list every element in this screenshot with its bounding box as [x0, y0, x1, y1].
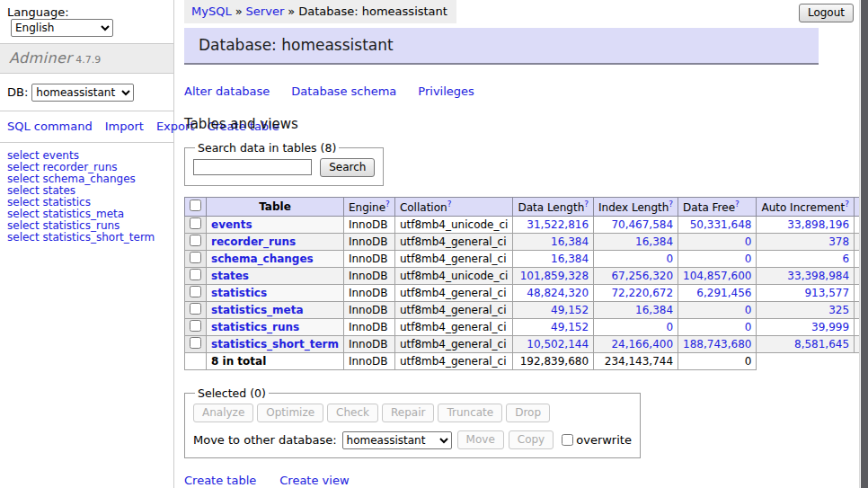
row-checkbox[interactable]	[190, 252, 201, 263]
page-title: Database: homeassistant	[184, 28, 819, 65]
data-free-cell: 50,331,648	[678, 217, 757, 234]
total-empty-cell	[757, 353, 868, 370]
row-checkbox[interactable]	[190, 303, 201, 315]
data-length-cell-link[interactable]: 48,824,320	[527, 287, 589, 299]
move-database-select[interactable]: homeassistant	[342, 431, 452, 449]
help-link[interactable]: ?	[447, 200, 452, 209]
engine-cell: InnoDB	[343, 268, 394, 285]
create-link-1[interactable]: Create view	[279, 474, 349, 487]
db-link-1[interactable]: Database schema	[291, 84, 396, 98]
index-length-cell-link[interactable]: 16,384	[635, 304, 673, 316]
row-checkbox[interactable]	[190, 235, 201, 246]
data-length-cell-link[interactable]: 31,522,816	[527, 218, 589, 231]
adminer-brand-link[interactable]: Adminer4.7.9	[9, 52, 101, 66]
table-link[interactable]: statistics_short_term	[211, 338, 339, 350]
index-length-cell-link[interactable]: 72,220,672	[611, 287, 673, 299]
index-length-cell-link[interactable]: 0	[666, 321, 673, 333]
table-link[interactable]: statistics_runs	[211, 321, 299, 333]
data-free-cell-link[interactable]: 0	[745, 253, 752, 265]
data-free-cell-link[interactable]: 6,291,456	[696, 287, 751, 299]
db-link-2[interactable]: Privileges	[418, 84, 474, 98]
index-length-cell-link[interactable]: 70,467,584	[611, 218, 673, 231]
index-length-cell-link[interactable]: 16,384	[635, 235, 673, 248]
data-free-cell-link[interactable]: 0	[745, 321, 752, 333]
language-label: Language:	[7, 5, 69, 19]
table-header-row: TableEngine?Collation?Data Length?Index …	[185, 198, 868, 217]
data-free-cell-link[interactable]: 50,331,648	[690, 218, 752, 231]
data-length-cell-link[interactable]: 16,384	[551, 235, 589, 248]
help-link[interactable]: ?	[584, 200, 589, 209]
auto-increment-cell-link[interactable]: 325	[828, 304, 849, 316]
data-length-cell-link[interactable]: 49,152	[551, 321, 589, 333]
auto-increment-cell-link[interactable]: 33,398,984	[787, 270, 849, 282]
breadcrumb-item-1[interactable]: Server	[246, 4, 285, 18]
selected-fieldset: Selected (0) AnalyzeOptimizeCheckRepairT…	[184, 386, 641, 458]
db-link-0[interactable]: Alter database	[184, 84, 270, 98]
data-length-cell-link[interactable]: 101,859,328	[520, 270, 589, 282]
row-checkbox[interactable]	[190, 286, 201, 297]
sidebar-table-link-7[interactable]: select statistics_short_term	[7, 232, 166, 244]
select-all-checkbox[interactable]	[190, 200, 201, 211]
table-link[interactable]: statistics	[211, 287, 267, 299]
auto-increment-cell-link[interactable]: 39,999	[811, 321, 849, 333]
db-select[interactable]: homeassistant	[31, 84, 134, 102]
breadcrumb-item-0[interactable]: MySQL	[191, 4, 232, 18]
data-length-cell-link[interactable]: 49,152	[551, 304, 589, 316]
column-header-0: Table	[207, 198, 344, 217]
language-select[interactable]: English	[11, 19, 113, 37]
row-checkbox[interactable]	[190, 320, 201, 332]
index-length-cell: 67,256,320	[594, 268, 678, 285]
logout-button[interactable]: Logout	[799, 4, 854, 22]
auto-increment-cell-link[interactable]: 8,581,645	[794, 338, 849, 350]
total-check-cell	[185, 353, 207, 370]
column-header-4: Index Length?	[594, 198, 678, 217]
create-link-0[interactable]: Create table	[184, 474, 256, 487]
auto-increment-cell-link[interactable]: 378	[828, 235, 849, 248]
help-link[interactable]: ?	[385, 200, 390, 209]
table-link[interactable]: schema_changes	[211, 253, 314, 265]
help-link[interactable]: ?	[845, 200, 849, 209]
sidebar-action-0[interactable]: SQL command	[7, 120, 93, 133]
auto-increment-cell-link[interactable]: 33,898,196	[787, 218, 849, 231]
brand-band: Adminer4.7.9	[0, 43, 173, 74]
data-free-cell-link[interactable]: 0	[745, 304, 752, 316]
overwrite-checkbox[interactable]	[562, 434, 573, 446]
row-check-cell	[185, 319, 207, 336]
search-button[interactable]: Search	[320, 158, 375, 177]
engine-cell: InnoDB	[343, 217, 394, 234]
row-check-cell	[185, 336, 207, 353]
help-link[interactable]: ?	[735, 200, 740, 209]
table-link[interactable]: events	[211, 218, 252, 231]
analyze-button: Analyze	[193, 404, 253, 422]
data-length-cell-link[interactable]: 10,502,144	[527, 338, 589, 350]
auto-increment-cell-link[interactable]: 913,577	[804, 287, 849, 299]
table-link[interactable]: states	[211, 270, 249, 282]
help-link[interactable]: ?	[669, 200, 673, 209]
index-length-cell-link[interactable]: 0	[666, 253, 673, 265]
selected-buttons-row: AnalyzeOptimizeCheckRepairTruncateDrop	[193, 404, 632, 422]
header-check-cell	[185, 198, 207, 217]
data-free-cell-link[interactable]: 104,857,600	[683, 270, 751, 282]
total-index-length-cell: 234,143,744	[594, 353, 678, 370]
row-checkbox[interactable]	[190, 337, 201, 349]
data-free-cell-link[interactable]: 0	[745, 235, 752, 248]
data-free-cell-link[interactable]: 188,743,680	[683, 338, 751, 350]
table-name-cell: statistics	[207, 285, 344, 302]
engine-cell: InnoDB	[343, 251, 394, 268]
index-length-cell-link[interactable]: 24,166,400	[611, 338, 673, 350]
scrollbar-thumb[interactable]	[861, 0, 868, 488]
auto-increment-cell-link[interactable]: 6	[842, 253, 849, 265]
row-check-cell	[185, 302, 207, 319]
engine-cell: InnoDB	[343, 319, 394, 336]
table-link[interactable]: recorder_runs	[211, 235, 296, 248]
row-checkbox[interactable]	[190, 269, 201, 280]
sidebar-action-1[interactable]: Import	[105, 120, 144, 133]
index-length-cell-link[interactable]: 67,256,320	[611, 270, 673, 282]
row-checkbox[interactable]	[190, 217, 201, 229]
index-length-cell: 24,166,400	[594, 336, 678, 353]
index-length-cell: 0	[594, 251, 678, 268]
table-link[interactable]: statistics_meta	[211, 304, 304, 316]
vertical-scrollbar[interactable]	[859, 0, 868, 488]
search-input[interactable]	[193, 159, 312, 175]
data-length-cell-link[interactable]: 16,384	[551, 253, 589, 265]
